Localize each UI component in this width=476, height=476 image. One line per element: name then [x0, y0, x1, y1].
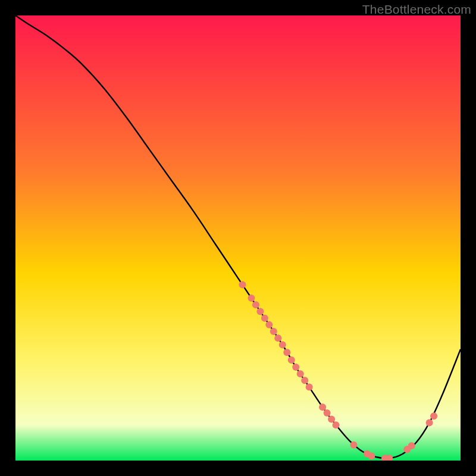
data-marker [430, 412, 437, 419]
data-marker [319, 403, 326, 411]
data-marker [324, 409, 331, 416]
data-marker [408, 442, 415, 449]
data-marker [292, 364, 299, 371]
chart-frame [15, 15, 461, 461]
data-marker [252, 301, 259, 308]
gradient-background [15, 15, 461, 461]
data-marker [426, 419, 433, 426]
data-marker [248, 295, 255, 302]
data-marker [239, 281, 246, 289]
data-marker [283, 349, 290, 356]
data-marker [288, 356, 295, 364]
data-marker [270, 328, 277, 335]
data-marker [333, 421, 340, 428]
data-marker [274, 334, 281, 342]
data-marker [265, 321, 273, 328]
data-marker [279, 342, 286, 349]
attribution-text: TheBottleneck.com [362, 2, 471, 17]
data-marker [350, 441, 357, 449]
data-marker [297, 370, 304, 377]
data-marker [301, 377, 308, 384]
data-marker [261, 315, 268, 322]
data-marker [328, 415, 335, 422]
data-marker [256, 308, 264, 315]
data-marker [306, 384, 313, 391]
bottleneck-chart [15, 15, 461, 461]
data-marker [368, 453, 375, 460]
